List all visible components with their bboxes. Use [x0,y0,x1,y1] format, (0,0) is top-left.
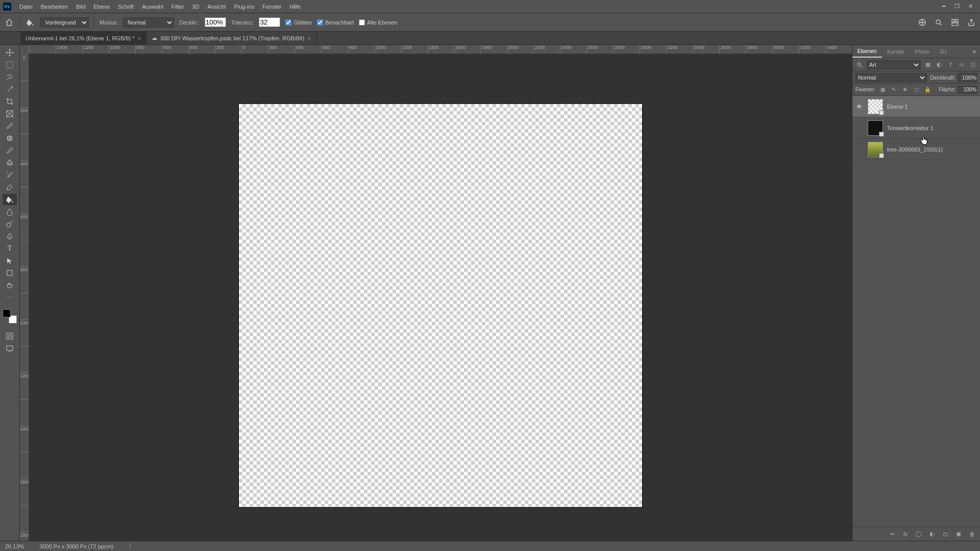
history-brush-icon[interactable] [3,169,17,181]
more-tools-icon[interactable]: ⋯ [3,292,17,303]
cloud-share-icon[interactable] [918,18,927,27]
layer-thumbnail[interactable] [868,99,883,114]
delete-icon[interactable]: 🗑 [968,530,976,538]
ruler-tick: 1000 [374,45,401,54]
hand-tool-icon[interactable] [3,280,17,291]
new-layer-icon[interactable]: ▣ [954,530,963,538]
filter-type-icon[interactable]: T [946,61,954,69]
adjustment-icon[interactable]: ◐ [928,530,936,538]
shape-tool-icon[interactable] [3,267,17,279]
window-minimize-icon[interactable]: ━ [937,0,950,13]
canvas-stage[interactable] [29,54,852,541]
filter-smart-icon[interactable]: ◫ [969,61,977,69]
bucket-tool-icon[interactable] [3,194,17,205]
lasso-tool-icon[interactable] [3,71,17,83]
path-select-icon[interactable] [3,255,17,266]
eyedropper-tool-icon[interactable] [3,120,17,132]
all-layers-checkbox[interactable]: Alle Ebenen [359,19,397,26]
dodge-tool-icon[interactable] [3,218,17,230]
layer-row[interactable]: Tonwertkorrektur 1 [852,117,980,139]
fx-icon[interactable]: fx [901,530,910,538]
tab-pfade[interactable]: Pfade [910,45,935,58]
menu-plug-ins[interactable]: Plug-ins [230,0,258,13]
lock-nest-icon[interactable]: ▢ [913,86,920,93]
layer-name[interactable]: Tonwertkorrektur 1 [887,125,977,131]
filter-adjust-icon[interactable]: ◐ [935,61,943,69]
blend-mode-select[interactable]: Normal [123,17,174,28]
svg-rect-12 [7,346,13,350]
mask-icon[interactable]: ◯ [915,530,923,538]
layer-name[interactable]: Ebene 1 [887,104,977,110]
menu-datei[interactable]: Datei [15,0,37,13]
document-tab[interactable]: ☁300 DPI Wassertropfen.psdc bei 117% (Tr… [146,32,316,44]
fill-input[interactable] [958,86,977,94]
menu-filter[interactable]: Filter [167,0,188,13]
opacity-input[interactable] [205,17,226,27]
layer-row[interactable]: 👁Ebene 1 [852,96,980,117]
heal-tool-icon[interactable] [3,133,17,144]
screenmode-icon[interactable] [3,343,17,354]
filter-search-icon[interactable] [855,62,864,68]
layer-row[interactable]: tree-3095683_1920(1) [852,139,980,160]
layer-thumbnail[interactable] [868,120,883,136]
bucket-icon[interactable] [25,17,35,28]
brush-tool-icon[interactable] [3,145,17,156]
menu-bild[interactable]: Bild [72,0,89,13]
tab-kanaele[interactable]: Kanäle [882,45,910,58]
filter-pixel-icon[interactable]: ▦ [924,61,932,69]
pen-tool-icon[interactable] [3,231,17,242]
tolerance-input[interactable] [259,17,280,27]
antialias-checkbox[interactable]: Glätten [285,19,311,26]
menu-ansicht[interactable]: Ansicht [203,0,230,13]
tab-ebenen[interactable]: Ebenen [852,45,882,58]
lock-pos-icon[interactable]: ✥ [901,86,909,93]
filter-shape-icon[interactable]: ▭ [958,61,966,69]
document-tab[interactable]: Unbenannt-1 bei 26,1% (Ebene 1, RGB/8) *… [20,32,146,44]
type-tool-icon[interactable]: T [3,243,17,254]
marquee-tool-icon[interactable] [3,59,17,70]
home-icon[interactable] [4,17,14,28]
fill-source-select[interactable]: Vordergrund [40,17,89,28]
layer-name[interactable]: tree-3095683_1920(1) [887,146,977,153]
group-icon[interactable]: 🗀 [941,530,949,538]
panel-menu-icon[interactable]: ≡ [969,48,980,55]
status-chevron-icon[interactable]: 〉 [129,542,134,550]
window-close-icon[interactable]: ✕ [964,0,977,13]
share-icon[interactable] [967,18,976,27]
frame-tool-icon[interactable] [3,108,17,119]
lock-trans-icon[interactable]: ▦ [879,86,886,93]
menu-schrift[interactable]: Schrift [114,0,138,13]
menu-fenster[interactable]: Fenster [258,0,285,13]
crop-tool-icon[interactable] [3,96,17,107]
layer-opacity-input[interactable] [958,73,977,82]
blur-tool-icon[interactable] [3,206,17,217]
document-canvas[interactable] [239,104,642,507]
close-icon[interactable]: × [307,35,310,41]
layer-blend-select[interactable]: Normal [855,73,927,82]
stamp-tool-icon[interactable] [3,157,17,168]
window-restore-icon[interactable]: ❐ [950,0,964,13]
quickmask-icon[interactable] [3,331,17,342]
contiguous-checkbox[interactable]: Benachbart [317,19,354,26]
menu-3d[interactable]: 3D [188,0,203,13]
menu-ebene[interactable]: Ebene [89,0,114,13]
wand-tool-icon[interactable] [3,84,17,95]
ruler-tick: 0 [20,54,29,81]
search-icon[interactable] [934,18,943,27]
zoom-readout[interactable]: 26.13% [5,543,24,549]
tab-3d[interactable]: 3D [935,45,952,58]
move-tool-icon[interactable] [3,47,17,58]
menu-auswahl[interactable]: Auswahl [138,0,167,13]
menu-hilfe[interactable]: Hilfe [285,0,305,13]
close-icon[interactable]: × [137,35,140,41]
menu-bearbeiten[interactable]: Bearbeiten [37,0,72,13]
visibility-icon[interactable]: 👁 [855,104,864,110]
eraser-tool-icon[interactable] [3,182,17,193]
lock-paint-icon[interactable]: ✎ [890,86,897,93]
filter-type-select[interactable]: Art [867,60,921,69]
workspace-icon[interactable] [950,18,960,27]
layer-thumbnail[interactable] [868,142,883,157]
lock-all-icon[interactable]: 🔒 [924,86,931,93]
link-layers-icon[interactable]: ⇔ [888,530,896,538]
color-swatch[interactable] [3,309,17,323]
